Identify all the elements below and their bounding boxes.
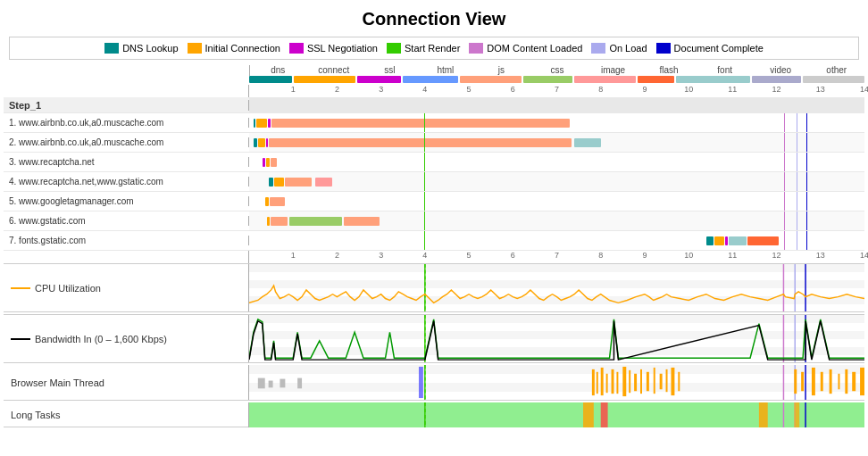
timeline-numbers-bottom: 1234567891011121314 [4,251,864,263]
ssl-swatch [289,43,304,54]
req-bar-6-2 [725,236,728,245]
other-color-bar [803,76,864,83]
timeline-num-5: 5 [467,251,472,260]
svg-rect-23 [629,370,630,393]
marker-line [424,153,425,171]
initial-connection-swatch [188,43,202,54]
request-timeline-6 [249,231,864,250]
svg-rect-21 [616,372,618,394]
marker-line [806,113,807,132]
thread-svg [249,365,864,400]
svg-rect-15 [419,367,423,398]
req-bar-2-0 [263,158,265,167]
connect-color-bar [294,76,355,83]
timeline-num-top-4: 4 [422,85,427,94]
req-bar-5-1 [271,217,288,226]
long-tasks-label-text: Long Tasks [11,410,60,420]
req-bar-1-1 [258,138,265,147]
marker-line [784,153,785,171]
marker-line [797,192,797,211]
svg-rect-26 [647,372,649,391]
request-timeline-2 [249,153,864,171]
marker-line [797,113,797,132]
req-bar-0-0 [254,119,255,128]
bandwidth-line-sample [11,338,30,340]
svg-rect-22 [622,367,626,396]
req-bar-2-1 [266,158,270,167]
svg-rect-44 [860,368,864,395]
ssl-color-bar [357,76,400,83]
marker-line [424,172,425,191]
timeline-num-top-7: 7 [555,85,559,94]
timeline-num-top-5: 5 [467,85,472,94]
request-label-4: 5. www.googletagmanager.com [4,196,249,206]
bandwidth-label: Bandwidth In (0 – 1,600 Kbps) [4,315,249,362]
timeline-num-top-2: 2 [335,85,339,94]
doc-complete-swatch [656,43,671,54]
req-bar-3-1 [274,178,285,187]
request-row-3: 4. www.recaptcha.net,www.gstatic.com [4,172,864,192]
request-label-6: 7. fonts.gstatic.com [4,236,249,245]
svg-rect-35 [297,378,302,389]
request-timeline-5 [249,211,864,230]
col-other: other [808,65,864,76]
html-color-bar [403,76,458,83]
request-label-0: 1. www.airbnb.co.uk,a0.muscache.com [4,118,249,128]
timeline-num-top-12: 12 [772,85,781,94]
req-bar-3-2 [285,178,312,187]
css-color-bar [523,76,572,83]
bandwidth-row: Bandwidth In (0 – 1,600 Kbps) [4,314,864,363]
legend-dom-label: DOM Content Loaded [487,43,582,54]
col-font: font [697,65,753,76]
col-flash: flash [641,65,697,76]
legend-start-render: Start Render [387,43,460,54]
label-header-spacer [4,65,249,76]
svg-rect-16 [592,369,595,395]
marker-line [424,231,425,250]
svg-rect-20 [612,369,614,394]
svg-rect-30 [671,368,674,395]
timeline-num-2: 2 [335,251,339,260]
request-timeline-0 [249,113,864,132]
onload-swatch [591,43,605,54]
req-bar-0-3 [271,119,571,128]
req-bar-0-2 [268,119,271,128]
timeline-num-14: 14 [860,251,868,260]
color-bars [249,76,864,83]
timeline-num-13: 13 [816,251,825,260]
marker-line [797,172,797,191]
bandwidth-svg [249,315,864,362]
svg-rect-39 [821,372,823,391]
timeline-nums-top: 1234567891011121314 [249,85,864,97]
marker-line [797,133,797,152]
column-labels: dns connect ssl html js css image flash … [249,65,864,76]
timeline-num-top-8: 8 [598,85,603,94]
dns-lookup-swatch [104,43,119,54]
req-bar-5-2 [289,217,342,226]
marker-line [784,113,785,132]
marker-line [424,113,425,132]
legend: DNS Lookup Initial Connection SSL Negoti… [9,37,859,60]
request-label-3: 4. www.recaptcha.net,www.gstatic.com [4,177,249,187]
request-row-4: 5. www.googletagmanager.com [4,192,864,211]
timeline-num-top-3: 3 [379,85,383,94]
request-label-2: 3. www.recaptcha.net [4,157,249,167]
req-bar-2-2 [271,158,278,167]
req-bar-6-4 [747,236,778,245]
marker-line [806,153,807,171]
request-row-0: 1. www.airbnb.co.uk,a0.muscache.com [4,113,864,133]
dns-color-bar [249,76,292,83]
marker-line [784,192,785,211]
cpu-row: CPU Utilization [4,263,864,312]
col-js: js [473,65,530,76]
marker-line [424,211,425,230]
marker-line [806,172,807,191]
step-row: Step_1 [4,97,864,113]
timeline-numbers-top: 1234567891011121314 [4,85,864,97]
bandwidth-chart [249,315,864,362]
marker-line [784,231,785,250]
marker-line [806,231,807,250]
color-bar-spacer [4,76,249,83]
req-bar-6-0 [706,236,714,245]
dom-swatch [469,43,483,54]
